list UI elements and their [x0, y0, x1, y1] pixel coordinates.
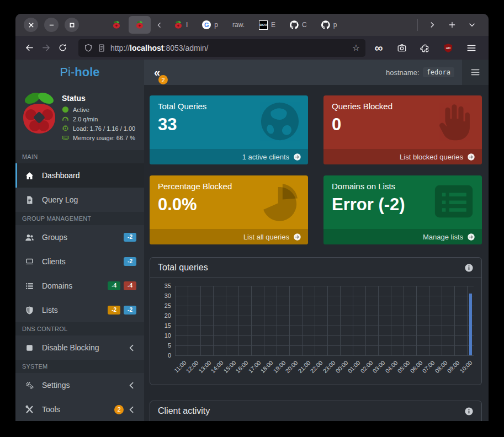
scroll-tabs-right-button[interactable] — [425, 17, 440, 33]
info-icon[interactable] — [464, 407, 474, 416]
count-badge: -4 — [124, 281, 136, 290]
card-footer-link[interactable]: List blocked queries — [323, 149, 482, 164]
main-content: Total Queries331 active clientsQueries B… — [144, 85, 489, 421]
home-icon — [25, 171, 34, 180]
summary-cards: Total Queries331 active clientsQueries B… — [150, 95, 482, 244]
panel-title: Total queries — [158, 263, 208, 273]
card-footer-link[interactable]: 1 active clients — [150, 149, 308, 164]
x-tick-label: 19:00 — [272, 359, 287, 374]
chip-icon — [62, 125, 69, 132]
info-icon[interactable] — [464, 263, 474, 273]
screenshot-button[interactable] — [394, 40, 410, 56]
card-footer-link[interactable]: List all queries — [150, 229, 308, 244]
dot-icon — [62, 106, 69, 113]
dou-favicon: DOU — [259, 20, 268, 29]
pihole-menu-button[interactable] — [462, 60, 489, 85]
tab[interactable]: Gp — [195, 16, 225, 34]
tab[interactable]: I — [167, 16, 194, 34]
y-tick-label: 25 — [165, 302, 171, 309]
x-tick-label: 11:00 — [172, 359, 187, 374]
pie-icon — [258, 180, 301, 223]
reload-button[interactable] — [54, 40, 71, 56]
tab[interactable]: raw. — [226, 16, 251, 34]
sidebar-item-dashboard[interactable]: Dashboard — [15, 163, 144, 188]
pihole-header: Pi-hole « 2 hostname: fedora — [15, 60, 489, 85]
sidebar-item-domains[interactable]: Domains-4-4 — [15, 274, 144, 298]
close-window-button[interactable] — [24, 18, 38, 32]
sidebar-item-label: Clients — [42, 257, 66, 266]
x-tick-label: 17:00 — [247, 359, 262, 374]
google-favicon: G — [202, 20, 211, 29]
close-icon — [28, 22, 34, 28]
memory-icon — [62, 134, 69, 141]
list-all-tabs-button[interactable] — [464, 17, 480, 33]
sidebar-item-extras — [127, 381, 136, 390]
sidebar-item-extras: -4-4 — [108, 281, 136, 290]
maximize-window-button[interactable] — [65, 18, 79, 32]
tab[interactable]: C — [283, 16, 314, 34]
sidebar-section-header: MAIN — [15, 150, 144, 163]
scroll-tabs-left-button[interactable] — [152, 18, 166, 32]
forward-button[interactable] — [38, 40, 54, 56]
card-body: Queries Blocked0 — [323, 95, 482, 149]
panel-header: Client activity — [150, 401, 481, 421]
containers-button[interactable]: ∞ — [370, 40, 387, 56]
stop-icon — [25, 343, 34, 353]
sidebar: Status Active2.0 q/minLoad: 1.76 / 1.16 … — [15, 85, 144, 421]
card-footer-label: Manage lists — [423, 233, 463, 241]
hostname: hostname: fedora — [386, 67, 462, 77]
shield-icon — [25, 306, 34, 315]
sidebar-item-clients[interactable]: Clients-2 — [15, 249, 144, 274]
sidebar-item-query-log[interactable]: Query Log — [15, 188, 144, 212]
sidebar-item-label: Settings — [42, 381, 70, 390]
browser-menu-button[interactable] — [463, 40, 480, 56]
back-button[interactable] — [21, 40, 38, 56]
hamburger-icon — [466, 43, 476, 53]
x-tick-label: 08:00 — [433, 359, 448, 374]
count-badge: 2 — [114, 405, 124, 414]
page-info-icon[interactable] — [97, 44, 106, 52]
app-body: Status Active2.0 q/minLoad: 1.76 / 1.16 … — [15, 85, 489, 421]
tab-bar-right — [417, 17, 489, 33]
minimize-icon — [49, 22, 55, 28]
sidebar-item-label: Tools — [42, 405, 60, 414]
tools-icon — [25, 405, 34, 414]
tab[interactable] — [105, 16, 128, 34]
plus-icon — [448, 21, 456, 29]
ublock-button[interactable]: uO — [440, 40, 457, 56]
tab[interactable]: p — [315, 16, 344, 34]
sidebar-item-extras: 2 — [114, 405, 136, 414]
github-favicon — [321, 20, 330, 29]
sidebar-item-tools[interactable]: Tools2 — [15, 397, 144, 421]
card-footer-link[interactable]: Manage lists — [323, 229, 482, 244]
x-tick-label: 06:00 — [408, 359, 423, 374]
sidebar-item-settings[interactable]: Settings — [15, 373, 144, 397]
card-queries-blocked: Queries Blocked0List blocked queries — [323, 95, 482, 164]
chevron-down-icon — [468, 21, 476, 29]
globe-icon — [258, 100, 301, 143]
active-tab[interactable] — [129, 16, 151, 34]
camera-icon — [397, 43, 407, 53]
new-tab-button[interactable] — [444, 17, 460, 33]
client-activity-panel: Client activity — [150, 401, 482, 421]
sidebar-item-disable-blocking[interactable]: Disable Blocking — [15, 335, 144, 360]
extensions-button[interactable] — [417, 40, 433, 56]
tracking-shield-icon[interactable] — [84, 44, 93, 52]
sidebar-item-groups[interactable]: Groups-2 — [15, 225, 144, 249]
x-tick-label: 16:00 — [235, 359, 250, 374]
bookmark-star-icon[interactable]: ☆ — [352, 42, 360, 53]
x-tick-label: 05:00 — [396, 359, 411, 374]
tab[interactable]: DOUE — [252, 16, 282, 34]
x-tick-label: 23:00 — [321, 359, 336, 374]
card-body: Percentage Blocked0.0% — [150, 175, 308, 229]
maximize-icon — [69, 22, 75, 28]
sidebar-item-label: Groups — [42, 233, 67, 242]
minimize-window-button[interactable] — [44, 18, 59, 32]
sidebar-item-lists[interactable]: Lists-2-2 — [15, 298, 144, 322]
listalt-icon — [432, 180, 475, 223]
toolbar-extension-icons: ∞ uO — [370, 40, 483, 56]
url-bar[interactable]: http://localhost:8053/admin/ ☆ — [78, 39, 365, 57]
sidebar-item-extras: -2 — [124, 233, 136, 242]
card-body: Domains on ListsError (-2) — [323, 175, 482, 229]
pihole-logo[interactable]: Pi-hole — [15, 60, 144, 85]
